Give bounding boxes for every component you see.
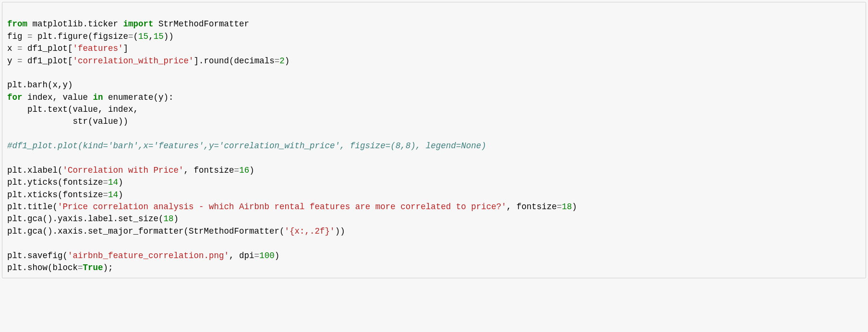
code-line-15: plt.xticks(fontsize=14) — [7, 190, 123, 200]
code-line-12 — [7, 154, 12, 163]
code-line-5 — [7, 68, 12, 78]
code-line-8: plt.text(value, index, — [7, 105, 138, 114]
keyword-import: import — [123, 19, 154, 29]
bool-true: True — [83, 263, 103, 273]
keyword-from: from — [7, 19, 27, 29]
code-line-18: plt.gca().xaxis.set_major_formatter(StrM… — [7, 226, 345, 236]
keyword-for: for — [7, 93, 23, 102]
code-line-4: y = df1_plot['correlation_with_price'].r… — [7, 56, 289, 66]
code-line-21: plt.show(block=True); — [7, 263, 113, 273]
code-line-13: plt.xlabel('Correlation with Price', fon… — [7, 166, 254, 175]
code-line-11: #df1_plot.plot(kind='barh',x='features',… — [7, 141, 486, 151]
code-line-17: plt.gca().yaxis.label.set_size(18) — [7, 214, 179, 224]
code-line-9: str(value)) — [7, 117, 128, 126]
code-line-1: from matplotlib.ticker import StrMethodF… — [7, 19, 249, 29]
code-line-2: fig = plt.figure(figsize=(15,15)) — [7, 32, 174, 41]
code-cell: from matplotlib.ticker import StrMethodF… — [2, 2, 866, 278]
code-line-7: for index, value in enumerate(y): — [7, 93, 174, 102]
code-line-20: plt.savefig('airbnb_feature_correlation.… — [7, 251, 279, 261]
code-line-6: plt.barh(x,y) — [7, 80, 73, 90]
code-line-16: plt.title('Price correlation analysis - … — [7, 202, 577, 212]
comment: #df1_plot.plot(kind='barh',x='features',… — [7, 141, 486, 151]
code-line-3: x = df1_plot['features'] — [7, 44, 128, 53]
code-line-19 — [7, 238, 12, 248]
keyword-in: in — [93, 93, 103, 102]
code-line-14: plt.yticks(fontsize=14) — [7, 178, 123, 187]
code-line-10 — [7, 129, 12, 139]
